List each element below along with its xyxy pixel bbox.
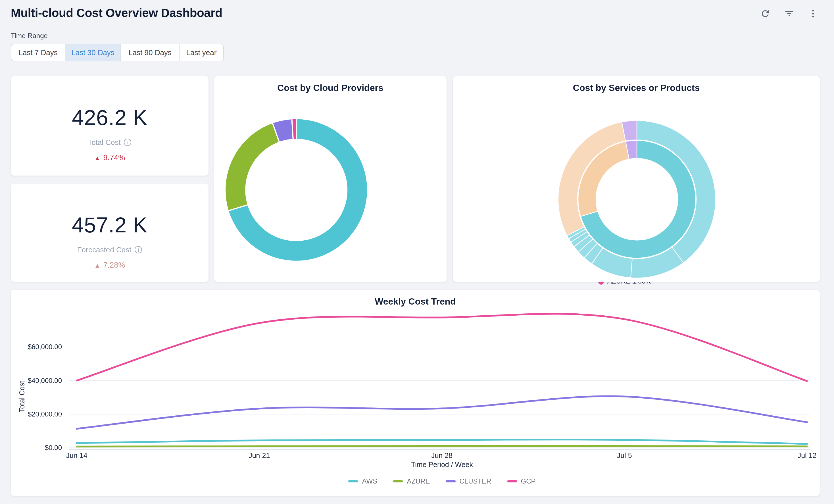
legend-swatch [507,480,517,482]
weekly-trend-card: Weekly Cost Trend $0.00$20,000.00$40,000… [11,290,820,496]
forecasted-cost-delta: ▲ 7.28% [94,261,125,269]
dashboard-page: Multi-cloud Cost Overview Dashboard Time… [0,0,834,504]
refresh-button[interactable] [760,8,771,19]
cluster-line[interactable] [77,396,807,429]
total-cost-value: 426.2 K [72,106,148,130]
arrow-up-icon: ▲ [94,154,101,161]
time-range-button-3[interactable]: Last year [179,44,223,61]
total-cost-label: Total Cost [88,138,121,147]
delta-value: 7.28% [103,261,125,269]
page-title: Multi-cloud Cost Overview Dashboard [11,6,222,20]
legend-label: AWS [362,477,377,485]
azure-line[interactable] [77,446,807,446]
y-tick-label: $40,000.00 [28,377,62,385]
y-tick-label: $20,000.00 [28,410,62,418]
y-axis-title: Total Cost [18,354,26,439]
legend-swatch [393,480,403,482]
time-range-button-0[interactable]: Last 7 Days [12,44,65,61]
total-cost-card: 426.2 K Total Cost i ▲ 9.74% [11,76,208,176]
gcp-line[interactable] [77,314,807,381]
delta-value: 9.74% [103,153,125,162]
time-range-button-1[interactable]: Last 30 Days [65,44,120,61]
azure-slice[interactable] [292,119,296,139]
y-tick-label: $0.00 [45,444,62,452]
forecasted-cost-card: 457.2 K Forecasted Cost i ▲ 7.28% [11,183,208,282]
time-range-selector: Last 7 Days Last 30 Days Last 90 Days La… [11,44,224,61]
x-tick-label: Jul 5 [617,452,632,459]
aws-line[interactable] [77,439,807,444]
arrow-up-icon: ▲ [94,262,101,268]
legend-item-cluster[interactable]: CLUSTER [446,477,491,485]
total-cost-delta: ▲ 9.74% [94,153,125,162]
x-tick-label: Jun 14 [66,452,87,459]
refresh-icon [760,8,770,19]
x-tick-label: Jun 28 [431,452,453,459]
legend-label: AZURE [407,477,430,485]
x-axis-title: Time Period / Week [77,461,807,469]
legend-swatch [446,480,456,482]
x-tick-label: Jun 21 [248,452,270,459]
forecasted-cost-value: 457.2 K [72,213,148,238]
trend-legend: AWS AZURE CLUSTER GCP [77,477,807,485]
header-actions [760,8,819,19]
time-range-label: Time Range [11,32,48,40]
providers-donut-chart[interactable] [214,76,446,282]
providers-chart-card: Cost by Cloud Providers GCP 70.28% CLUST… [214,76,446,282]
legend-label: GCP [521,477,536,485]
filter-icon [784,8,794,19]
y-tick-label: $60,000.00 [28,343,62,351]
legend-item-gcp[interactable]: GCP [507,477,536,485]
services-chart-card: Cost by Services or Products [453,76,820,282]
info-icon[interactable]: i [124,139,132,146]
legend-item-aws[interactable]: AWS [348,477,377,485]
kebab-menu-icon [808,8,818,19]
x-tick-label: Jul 12 [798,452,817,459]
legend-label: CLUSTER [460,477,491,485]
info-icon[interactable]: i [135,246,142,254]
services-sunburst-chart[interactable] [453,76,820,282]
legend-item-azure[interactable]: AZURE [393,477,430,485]
legend-swatch [348,480,358,482]
more-options-button[interactable] [807,8,819,19]
time-range-button-2[interactable]: Last 90 Days [120,44,179,61]
cluster-slice[interactable] [225,123,279,211]
forecasted-cost-label: Forecasted Cost [77,245,132,254]
filter-button[interactable] [784,8,795,19]
